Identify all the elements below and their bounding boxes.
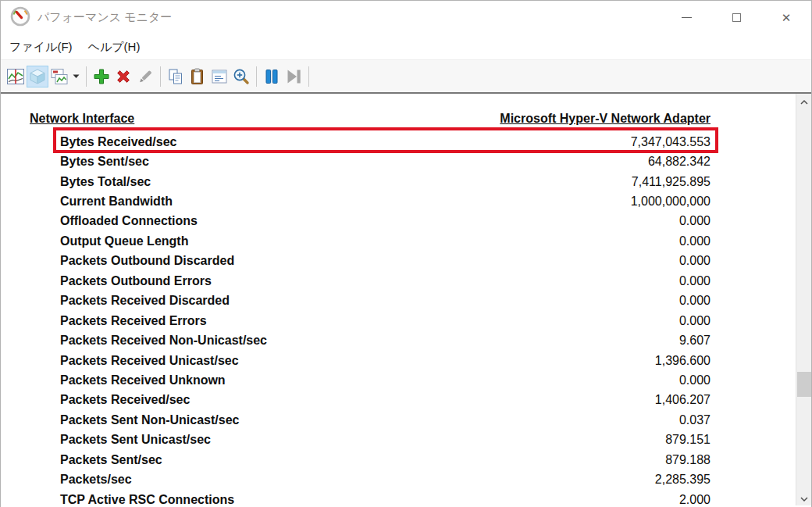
paste-counter-list-button[interactable] (187, 66, 208, 87)
counter-value: 0.000 (679, 314, 710, 328)
menu-help[interactable]: ヘルプ(H) (80, 37, 148, 58)
counter-value: 9.607 (679, 334, 710, 348)
table-row[interactable]: Packets Received Unknown 0.000 (1, 370, 796, 390)
table-row[interactable]: Bytes Total/sec 7,411,925.895 (1, 172, 796, 191)
properties-button[interactable] (208, 66, 230, 87)
menu-file[interactable]: ファイル(F) (2, 37, 80, 58)
update-data-button[interactable] (283, 66, 304, 87)
table-row[interactable]: Bytes Sent/sec 64,882.342 (1, 152, 796, 171)
toolbar-separator (256, 66, 257, 87)
report-cube-icon (28, 67, 47, 86)
counter-value: 0.000 (679, 214, 710, 228)
counter-value: 879.151 (665, 433, 710, 447)
maximize-icon (732, 13, 741, 22)
counter-name: Packets Received/sec (60, 393, 655, 407)
table-row[interactable]: Packets/sec 2,285.395 (1, 470, 796, 489)
toolbar (1, 60, 811, 92)
maximize-button[interactable] (711, 1, 761, 34)
line-chart-view-button[interactable] (5, 66, 27, 87)
table-row[interactable]: Packets Outbound Discarded 0.000 (1, 252, 796, 271)
counter-value: 1,000,000,000 (631, 195, 710, 209)
window-title: パフォーマンス モニター (37, 10, 172, 25)
toolbar-separator (86, 66, 87, 87)
table-row[interactable]: Output Queue Length 0.000 (1, 231, 796, 251)
close-icon: ✕ (782, 12, 792, 23)
instance-name: Microsoft Hyper-V Network Adapter (500, 112, 710, 126)
scroll-down-button[interactable] (796, 492, 811, 505)
counter-name: Packets Sent/sec (60, 453, 665, 467)
counter-value: 7,411,925.895 (632, 175, 710, 189)
counter-name: Current Bandwidth (60, 195, 631, 209)
chevron-up-icon (800, 99, 809, 105)
table-row[interactable]: Offloaded Connections 0.000 (1, 212, 796, 231)
table-row[interactable]: TCP Active RSC Connections 2.000 (1, 490, 796, 505)
counter-name: Packets Received Discarded (60, 294, 679, 308)
counter-value: 0.037 (679, 413, 710, 427)
table-row[interactable]: Bytes Received/sec 7,347,043.553 (1, 132, 796, 152)
scroll-up-button[interactable] (796, 95, 811, 109)
counter-value: 1,406.207 (655, 393, 710, 407)
counter-value: 0.000 (679, 254, 710, 268)
table-row[interactable]: Packets Sent Non-Unicast/sec 0.037 (1, 410, 796, 430)
menu-bar: ファイル(F) ヘルプ(H) (1, 34, 811, 60)
pencil-icon (136, 67, 155, 86)
table-row[interactable]: Current Bandwidth 1,000,000,000 (1, 191, 796, 211)
table-row[interactable]: Packets Sent/sec 879.188 (1, 450, 796, 470)
counter-name: Bytes Sent/sec (60, 155, 648, 169)
table-row[interactable]: Packets Sent Unicast/sec 879.151 (1, 430, 796, 450)
table-row[interactable]: Packets Received Errors 0.000 (1, 311, 796, 330)
properties-icon (210, 67, 229, 86)
pause-button[interactable] (261, 66, 283, 87)
counter-value: 2.000 (679, 493, 710, 505)
vertical-scrollbar[interactable] (796, 94, 811, 505)
counter-value: 1,396.600 (655, 354, 710, 368)
add-plus-icon (92, 67, 111, 86)
window-controls: ✕ (661, 1, 811, 34)
step-forward-icon (284, 67, 303, 86)
counter-name: Packets Sent Unicast/sec (60, 433, 665, 447)
counter-name: Packets Outbound Errors (60, 274, 679, 288)
view-type-dropdown-button[interactable] (70, 66, 82, 87)
counter-name: Output Queue Length (60, 234, 679, 248)
close-button[interactable]: ✕ (761, 1, 811, 34)
counter-value: 0.000 (679, 274, 710, 288)
toolbar-separator (308, 66, 309, 87)
table-row[interactable]: Packets Received Discarded 0.000 (1, 291, 796, 311)
copy-properties-button[interactable] (165, 66, 187, 87)
zoom-button[interactable] (230, 66, 252, 87)
counter-name: Packets Received Errors (60, 314, 679, 328)
report-view-button[interactable] (27, 66, 48, 87)
report-pane: Network Interface Microsoft Hyper-V Netw… (1, 92, 811, 505)
table-row[interactable]: Packets Outbound Errors 0.000 (1, 271, 796, 291)
counter-value: 0.000 (679, 373, 710, 387)
minimize-button[interactable] (661, 1, 711, 34)
counter-value: 879.188 (665, 453, 710, 467)
table-row[interactable]: Packets Received/sec 1,406.207 (1, 391, 796, 410)
paste-clipboard-icon (188, 67, 207, 86)
magnifier-plus-icon (232, 67, 251, 86)
chevron-down-icon (800, 496, 809, 502)
table-row[interactable]: Packets Received Non-Unicast/sec 9.607 (1, 330, 796, 350)
copy-icon (166, 67, 185, 86)
counter-name: Offloaded Connections (60, 214, 679, 228)
add-counter-button[interactable] (91, 66, 112, 87)
delete-counter-button[interactable] (112, 66, 134, 87)
line-chart-icon (6, 67, 25, 86)
report-header: Network Interface Microsoft Hyper-V Netw… (1, 112, 796, 126)
scrollbar-thumb[interactable] (797, 372, 811, 397)
table-row[interactable]: Packets Received Unicast/sec 1,396.600 (1, 351, 796, 370)
counter-name: TCP Active RSC Connections (60, 493, 679, 505)
counter-name: Packets/sec (60, 473, 655, 487)
counter-name: Packets Received Unknown (60, 373, 679, 387)
counter-name: Packets Received Non-Unicast/sec (60, 334, 679, 348)
minimize-icon (682, 17, 692, 18)
counter-value: 0.000 (679, 234, 710, 248)
counter-value: 0.000 (679, 294, 710, 308)
performance-gauge-icon (10, 6, 30, 30)
title-bar: パフォーマンス モニター ✕ (1, 1, 811, 34)
chevron-down-icon (73, 74, 80, 79)
pause-icon (262, 67, 281, 86)
highlight-button[interactable] (134, 66, 156, 87)
toolbar-separator (160, 66, 161, 87)
histogram-view-button[interactable] (48, 66, 70, 87)
